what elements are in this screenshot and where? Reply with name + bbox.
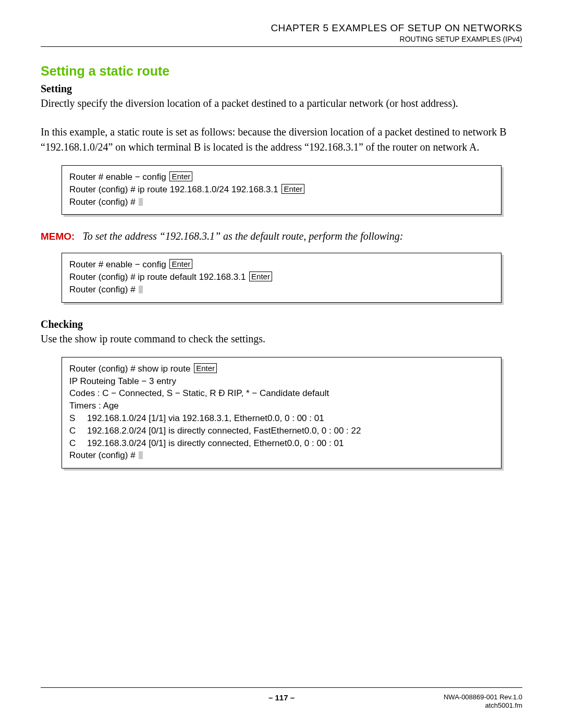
checking-para: Use the show ip route command to check t… [41,331,522,347]
memo-label: MEMO: [41,231,75,242]
page-footer: – 117 – NWA-008869-001 Rev.1.0 atch5001.… [41,687,522,702]
code-block-content: Router (config) # show ip route Enter IP… [62,357,501,468]
route-entry: 192.168.2.0/24 [0/1] is directly connect… [87,425,361,437]
route-code: C [69,425,87,437]
route-entry: 192.168.3.0/24 [0/1] is directly connect… [87,437,344,450]
doc-file: atch5001.fm [444,701,522,710]
page-header: CHAPTER 5 EXAMPLES OF SETUP ON NETWORKS … [41,22,522,47]
code-text: Router # enable − config [69,260,166,269]
enter-key: Enter [249,272,272,281]
chapter-title: CHAPTER 5 EXAMPLES OF SETUP ON NETWORKS [41,22,522,34]
code-text: Router (config) # [69,285,136,294]
route-code: S [69,412,87,425]
enter-key: Enter [169,259,192,269]
setting-para-2: In this example, a static route is set a… [41,125,522,155]
setting-para-1: Directly specify the diversion location … [41,96,522,111]
code-block-3: Router (config) # show ip route Enter IP… [62,357,501,468]
code-text: Router (config) # ip route 192.168.1.0/2… [69,184,278,194]
memo-text: To set the address “192.168.3.1” as the … [82,230,403,242]
code-text: IP Routeing Table − 3 entry [69,375,494,388]
code-text: Router (config) # [69,197,136,207]
section-title: Setting a static route [41,64,522,79]
cursor-icon [139,451,143,459]
chapter-subtitle: ROUTING SETUP EXAMPLES (IPv4) [41,35,522,43]
code-text: Codes : C − Connected, S − Static, R Ð R… [69,387,494,400]
cursor-icon [139,198,143,206]
page: CHAPTER 5 EXAMPLES OF SETUP ON NETWORKS … [0,0,563,728]
code-block-content: Router # enable − config Enter Router (c… [62,165,501,215]
code-text: Router (config) # show ip route [69,364,190,374]
code-block-1: Router # enable − config Enter Router (c… [62,165,501,215]
code-block-2: Router # enable − config Enter Router (c… [62,253,501,302]
cursor-icon [139,286,143,293]
code-text: Router (config) # ip route default 192.1… [69,272,246,282]
route-code: C [69,437,87,450]
doc-id: NWA-008869-001 Rev.1.0 [444,693,522,701]
route-entry: 192.168.1.0/24 [1/1] via 192.168.3.1, Et… [87,412,324,425]
code-text: Timers : Age [69,400,494,412]
memo: MEMO: To set the address “192.168.3.1” a… [41,230,522,242]
code-text: Router # enable − config [69,172,166,182]
enter-key: Enter [169,171,192,181]
enter-key: Enter [194,363,217,373]
code-block-content: Router # enable − config Enter Router (c… [62,253,501,302]
enter-key: Enter [282,184,304,194]
code-text: Router (config) # [69,450,136,460]
checking-heading: Checking [41,318,522,330]
setting-heading: Setting [41,83,522,95]
